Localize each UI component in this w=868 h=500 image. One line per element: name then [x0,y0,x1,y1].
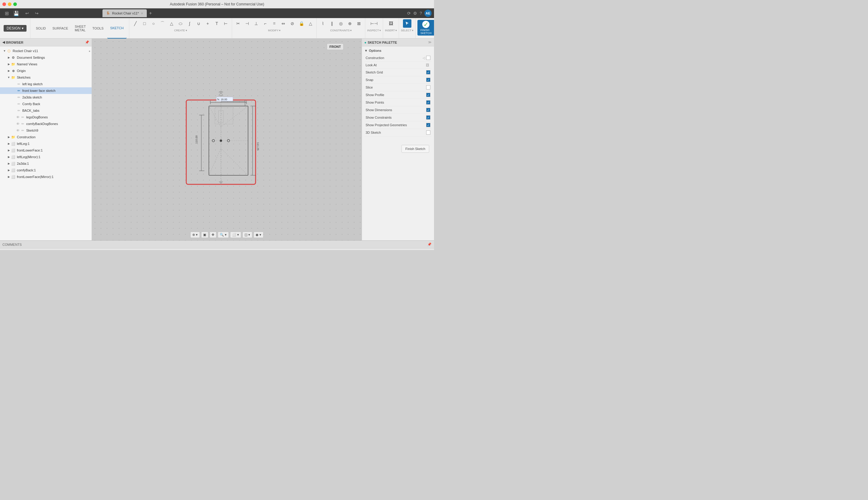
tree-arrow-origin[interactable]: ▶ [7,69,11,72]
play-start-button[interactable]: ⏮ [2,250,9,250]
trim-tool[interactable]: ✂ [234,19,242,28]
tree-arrow-leftleg-mirror-1[interactable]: ▶ [7,156,11,158]
tree-item-legs-dog-bones[interactable]: 👁 ✏ legsDogBones [0,114,92,121]
mirror-tool[interactable]: ⇔ [279,19,288,28]
tree-item-2a3da-sketch[interactable]: ✏ 2a3da sketch [0,94,92,101]
user-avatar[interactable]: AE [424,10,432,17]
polygon-tool[interactable]: △ [167,19,176,28]
tree-item-2a3da-1[interactable]: ▶ ⬜ 2a3da:1 [0,160,92,167]
tab-rocket-chair[interactable]: 🪑 Rocket Chair v11* ✕ [102,9,147,17]
text-tool[interactable]: T [212,19,221,28]
finish-sketch-panel-button[interactable]: Finish Sketch [401,145,429,153]
collinear-tool[interactable]: ∥ [327,19,336,28]
measure-tool[interactable]: ⊢⊣ [370,19,378,28]
concentric-tool[interactable]: ◎ [337,19,345,28]
tree-arrow-named-views[interactable]: ▶ [7,62,11,66]
finish-sketch-button[interactable]: ✓ FINISH SKETCH [418,20,434,35]
browser-collapse-icon[interactable]: ◀ [2,41,5,44]
tree-item-back-tabs[interactable]: ✏ BACK_tabs [0,107,92,114]
tab-close-icon[interactable]: ✕ [141,12,143,15]
tree-arrow-frontlowerface-1[interactable]: ▶ [7,149,11,152]
tree-item-left-leg-sketch[interactable]: ✏ left leg sketch [0,81,92,87]
rectangle-tool[interactable]: □ [140,19,148,28]
show-dimensions-checkbox[interactable] [426,108,430,112]
mode-sketch[interactable]: SKETCH [107,18,127,38]
image-tool[interactable]: 🖼 [387,19,395,28]
tree-item-comfy-back-dog-bones[interactable]: 👁 ✏ comfyBackDogBones [0,121,92,127]
slice-checkbox[interactable] [426,85,430,90]
circle-tool[interactable]: ○ [149,19,158,28]
settings-icon[interactable]: ⚙ [413,11,417,16]
eye-icon-comfy-back-dog-bones[interactable]: 👁 [16,122,20,126]
look-at-icon[interactable]: 🖼 [426,63,429,67]
arc-tool[interactable]: ⌒ [158,19,167,28]
mode-solid[interactable]: SOLID [33,18,49,38]
show-profile-checkbox[interactable] [426,93,430,97]
play-forward-button[interactable]: ⏩ [30,250,36,250]
tree-item-comfyback-1[interactable]: ▶ ⬜ comfyBack:1 [0,167,92,173]
tree-item-front-lower-face-sketch[interactable]: ✏ front lower face sketch [0,87,92,94]
conic-tool[interactable]: ∪ [194,19,203,28]
pattern-tool[interactable]: △ [306,19,315,28]
play-button[interactable]: ▶ [21,250,27,250]
offset-tool[interactable]: ⊘ [288,19,297,28]
construction-checkbox[interactable] [426,56,430,60]
tree-item-leftleg-1[interactable]: ▶ ⬜ leftLeg:1 [0,140,92,147]
settings-gear-icon[interactable]: ⚙ [425,250,432,250]
mode-sheet-metal[interactable]: SHEET METAL [72,18,89,38]
tree-item-construction[interactable]: ▶ 📁 Construction [0,134,92,140]
tree-item-document-settings[interactable]: ▶ ⚙ Document Settings [0,54,92,61]
line-tool[interactable]: ╱ [131,19,140,28]
undo-button[interactable]: ↩ [23,9,31,18]
constraints-label[interactable]: CONSTRAINTS ▾ [330,29,352,32]
comments-pin-icon[interactable]: 📌 [427,242,432,246]
tree-item-frontlowerface-1[interactable]: ▶ ⬜ frontLowerFace:1 [0,147,92,154]
selection-mode-button[interactable]: ▣ [201,231,208,238]
spline-tool[interactable]: ∫ [185,19,194,28]
redo-button[interactable]: ↪ [33,9,41,18]
insert-label[interactable]: INSERT ▾ [385,29,397,32]
palette-options-header[interactable]: ▼ Options [364,49,432,53]
tree-arrow-sketches[interactable]: ▼ [7,76,11,79]
ellipse-tool[interactable]: ⬭ [176,19,185,28]
play-back-button[interactable]: ⏪ [11,250,18,250]
render-button[interactable]: ◉ ▾ [254,231,264,238]
tree-item-sketch9[interactable]: 👁 ✏ Sketch9 [0,127,92,134]
fix-tool[interactable]: ⊠ [355,19,363,28]
show-points-checkbox[interactable] [426,100,430,104]
help-icon[interactable]: ? [420,11,422,16]
apps-icon[interactable]: ⊞ [2,9,11,18]
midpoint-tool[interactable]: ⊕ [346,19,354,28]
close-button[interactable] [2,2,6,6]
eye-icon-sketch9[interactable]: 👁 [16,129,20,132]
show-constraints-checkbox[interactable] [426,115,430,120]
lock-tool[interactable]: 🔒 [297,19,305,28]
3d-sketch-checkbox[interactable] [426,130,430,135]
create-label[interactable]: CREATE ▾ [174,29,187,32]
dim-tool[interactable]: ⊢ [222,19,230,28]
tree-item-frontlowerface-mirror-1[interactable]: ▶ ⬜ frontLowerFace(Mirror):1 [0,173,92,180]
tree-arrow-rocket-chair[interactable]: ▼ [2,49,7,53]
snap-grid-button[interactable]: ⊕ ▾ [190,231,200,238]
maximize-button[interactable] [13,2,17,6]
tree-arrow-comfyback-1[interactable]: ▶ [7,169,11,172]
tree-item-leftleg-mirror-1[interactable]: ▶ ⬜ leftLeg(Mirror):1 [0,154,92,160]
show-projected-checkbox[interactable] [426,123,430,127]
tab-add-button[interactable]: + [149,11,152,16]
visual-style-button[interactable]: ◫ ▾ [242,231,252,238]
sync-icon[interactable]: ⟳ [407,11,411,16]
tree-arrow-frontlowerface-mirror-1[interactable]: ▶ [7,175,11,178]
palette-expand-icon[interactable]: ≫ [428,41,432,44]
select-tool[interactable] [403,19,411,28]
snap-checkbox[interactable] [426,78,430,82]
design-button[interactable]: DESIGN ▾ [4,25,26,32]
extend-tool[interactable]: ⊣ [243,19,251,28]
display-mode-button[interactable]: ⬜ ▾ [230,231,241,238]
eye-icon-legs-dog-bones[interactable]: 👁 [16,115,20,119]
inspect-label[interactable]: INSPECT ▾ [367,29,381,32]
tree-item-rocket-chair[interactable]: ▼ ⬡ Rocket Chair v11 ● [0,48,92,54]
modify-label[interactable]: MODIFY ▾ [268,29,281,32]
tree-arrow-leftleg-1[interactable]: ▶ [7,142,11,145]
tree-arrow-document-settings[interactable]: ▶ [7,56,11,59]
pan-button[interactable]: ✥ [210,231,216,238]
